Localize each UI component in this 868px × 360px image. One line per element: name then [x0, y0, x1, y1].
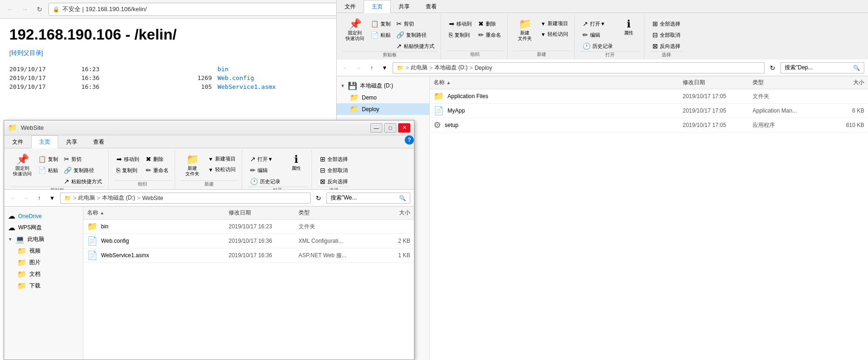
website-delete-btn[interactable]: ✖ 删除: [143, 154, 171, 164]
deploy-edit-btn[interactable]: ✏ 编辑: [580, 30, 615, 40]
browser-file-row[interactable]: 2019/10/17 16:36 105 WebService1.asmx: [9, 82, 327, 91]
deploy-refresh-btn[interactable]: ↻: [767, 63, 778, 73]
deploy-col-name[interactable]: 名称 ▲: [434, 79, 683, 87]
parent-link[interactable]: [转到父目录]: [9, 49, 327, 57]
website-copy-btn[interactable]: 📋 复制: [36, 154, 61, 164]
website-paste-btn[interactable]: 📄 粘贴: [36, 165, 61, 175]
website-sidebar-downloads[interactable]: 📁 下载: [4, 280, 83, 292]
browser-file-link[interactable]: bin: [217, 66, 228, 73]
website-history-btn[interactable]: 🕐 历史记录: [248, 176, 283, 187]
deploy-back-btn[interactable]: ←: [340, 63, 351, 73]
deploy-pasteshortcut-btn[interactable]: ↗ 粘贴快捷方式: [394, 41, 437, 51]
deploy-col-date[interactable]: 修改日期: [683, 79, 753, 87]
website-col-date[interactable]: 修改日期: [229, 209, 298, 217]
help-button[interactable]: ?: [405, 135, 414, 145]
deploy-sidebar-deploy[interactable]: 📁 Deploy: [337, 103, 429, 115]
website-up-btn[interactable]: ↑: [34, 193, 44, 203]
deploy-tab-home[interactable]: 主页: [364, 0, 391, 13]
deploy-sidebar-demo[interactable]: 📁 Demo: [337, 92, 429, 103]
deploy-tab-share[interactable]: 共享: [391, 0, 418, 13]
refresh-button[interactable]: ↻: [34, 3, 46, 15]
deploy-search-box[interactable]: 搜索"Dep... 🔍: [780, 62, 864, 73]
deploy-history-btn[interactable]: 🕐 历史记录: [580, 41, 615, 51]
website-forward-btn[interactable]: →: [21, 193, 31, 203]
website-file-row[interactable]: 📁bin 2019/10/17 16:23 文件夹: [83, 220, 414, 234]
browser-file-link[interactable]: WebService1.asmx: [217, 83, 276, 90]
deploy-newfolder-btn[interactable]: 📁 新建文件夹: [513, 17, 536, 44]
deploy-newitem-btn[interactable]: ▼ 新建项目: [538, 19, 570, 28]
deploy-delete-btn[interactable]: ✖ 删除: [476, 19, 503, 29]
website-pasteshortcut-btn[interactable]: ↗ 粘贴快捷方式: [61, 176, 104, 187]
deploy-file-row[interactable]: 📄MyApp 2019/10/17 17:05 Application Man.…: [430, 104, 868, 118]
deploy-path-bar[interactable]: 📁 > 此电脑 > 本地磁盘 (D:) > Deploy: [393, 62, 765, 73]
website-file-row[interactable]: 📄WebService1.asmx 2019/10/17 16:36 ASP.N…: [83, 248, 414, 263]
website-back-btn[interactable]: ←: [8, 193, 18, 203]
website-copyto-btn[interactable]: ⎘ 复制到: [114, 165, 142, 175]
deploy-rename-btn[interactable]: ✏ 重命名: [476, 30, 503, 40]
website-edit-btn[interactable]: ✏ 编辑: [248, 165, 283, 175]
website-recent-btn[interactable]: ▼: [47, 193, 57, 203]
deploy-forward-btn[interactable]: →: [353, 63, 364, 73]
browser-file-row[interactable]: 2019/10/17 16:36 1269 Web.config: [9, 73, 327, 82]
deploy-recent-btn[interactable]: ▼: [380, 63, 390, 73]
website-invert-btn[interactable]: ⊠ 反向选择: [318, 176, 350, 187]
website-col-size[interactable]: 大小: [373, 209, 410, 217]
deploy-file-row[interactable]: ⚙setup 2019/10/17 17:05 应用程序 810 KB: [430, 118, 868, 133]
website-refresh-btn[interactable]: ↻: [313, 193, 324, 203]
website-sidebar-onedrive[interactable]: ☁ OneDrive: [4, 210, 83, 222]
deploy-copy-btn[interactable]: 📋 复制: [368, 19, 393, 29]
deploy-copyto-btn[interactable]: ⎘ 复制到: [447, 30, 474, 40]
website-properties-btn[interactable]: ℹ 属性: [285, 152, 308, 173]
website-col-type[interactable]: 类型: [298, 209, 373, 217]
website-pin-btn[interactable]: 📌 固定到快速访问: [10, 152, 35, 179]
deploy-invert-btn[interactable]: ⊠ 反向选择: [650, 41, 683, 51]
deploy-file-row[interactable]: 📁Application Files 2019/10/17 17:05 文件夹: [430, 89, 868, 104]
website-newfolder-btn[interactable]: 📁 新建文件夹: [181, 152, 204, 179]
website-tab-file[interactable]: 文件: [4, 135, 31, 148]
deploy-easyaccess-btn[interactable]: ▼ 轻松访问: [538, 29, 570, 39]
deploy-copypath-btn[interactable]: 🔗 复制路径: [394, 30, 437, 40]
website-search-box[interactable]: 搜索"We... 🔍: [326, 193, 410, 204]
deploy-cut-btn[interactable]: ✂ 剪切: [394, 19, 437, 29]
deploy-paste-btn[interactable]: 📄 粘贴: [368, 30, 393, 40]
website-easyaccess-btn[interactable]: ▼ 轻松访问: [206, 165, 238, 174]
deploy-selectnone-btn[interactable]: ⊟ 全部取消: [650, 30, 683, 40]
deploy-col-size[interactable]: 大小: [827, 79, 864, 87]
website-tab-home[interactable]: 主页: [31, 135, 58, 148]
deploy-sidebar-localdisk[interactable]: ▼ 💾 本地磁盘 (D:): [337, 80, 429, 92]
deploy-moveto-btn[interactable]: ➡ 移动到: [447, 19, 474, 29]
website-sidebar-pictures[interactable]: 📁 图片: [4, 257, 83, 268]
deploy-open-btn[interactable]: ↗ 打开▼: [580, 19, 615, 29]
website-moveto-btn[interactable]: ➡ 移动到: [114, 154, 142, 164]
website-close-btn[interactable]: ✕: [398, 123, 410, 133]
forward-button[interactable]: →: [19, 3, 31, 15]
website-maximize-btn[interactable]: □: [384, 123, 396, 133]
website-path-bar[interactable]: 📁 > 此电脑 > 本地磁盘 (D:) > WebSite: [60, 193, 311, 204]
website-col-name[interactable]: 名称 ▲: [87, 209, 229, 217]
website-cut-btn[interactable]: ✂ 剪切: [61, 154, 104, 164]
deploy-tab-file[interactable]: 文件: [337, 0, 364, 13]
website-sidebar-video[interactable]: 📁 视频: [4, 245, 83, 257]
website-sidebar-thispc[interactable]: ▼ 💻 此电脑: [4, 233, 83, 245]
browser-file-row[interactable]: 2019/10/17 16:23 bin: [9, 65, 327, 73]
address-bar[interactable]: 🔒 不安全 | 192.168.190.106/kelin/: [48, 3, 384, 16]
browser-file-link[interactable]: Web.config: [217, 74, 254, 81]
website-tab-share[interactable]: 共享: [58, 135, 85, 148]
website-selectall-btn[interactable]: ⊞ 全部选择: [318, 154, 350, 164]
website-sidebar-wps[interactable]: ☁ WPS网盘: [4, 222, 83, 233]
deploy-properties-btn[interactable]: ℹ 属性: [617, 17, 640, 38]
deploy-selectall-btn[interactable]: ⊞ 全部选择: [650, 19, 683, 29]
back-button[interactable]: ←: [4, 3, 16, 15]
website-rename-btn[interactable]: ✏ 重命名: [143, 165, 171, 175]
website-minimize-btn[interactable]: —: [370, 123, 382, 133]
website-open-btn[interactable]: ↗ 打开▼: [248, 154, 283, 164]
website-selectnone-btn[interactable]: ⊟ 全部取消: [318, 165, 350, 175]
website-file-row[interactable]: 📄Web.config 2019/10/17 16:36 XML Configu…: [83, 234, 414, 248]
website-newitem-btn[interactable]: ▼ 新建项目: [206, 154, 238, 164]
deploy-tab-view[interactable]: 查看: [418, 0, 445, 13]
website-tab-view[interactable]: 查看: [85, 135, 112, 148]
deploy-col-type[interactable]: 类型: [753, 79, 827, 87]
website-copypath-btn[interactable]: 🔗 复制路径: [61, 165, 104, 175]
deploy-pin-btn[interactable]: 📌 固定到快速访问: [342, 17, 367, 44]
deploy-up-btn[interactable]: ↑: [366, 63, 377, 73]
